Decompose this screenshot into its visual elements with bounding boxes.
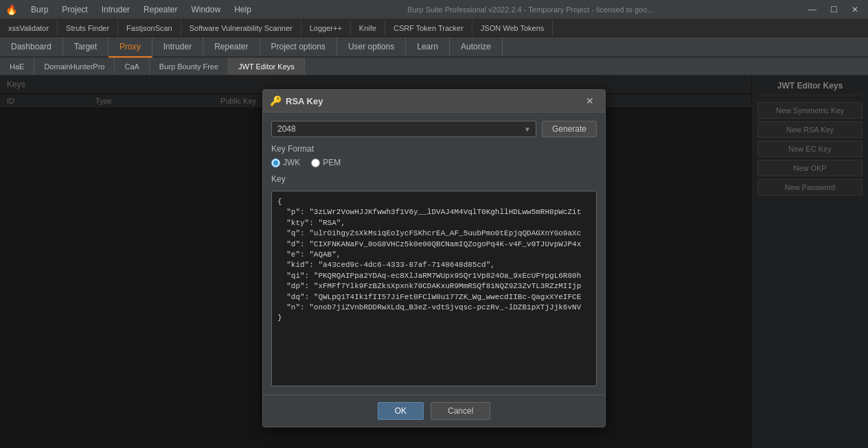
menu-bar: Burp Project Intruder Repeater Window He… bbox=[25, 3, 257, 16]
key-size-select-wrapper: 1024 2048 4096 bbox=[271, 121, 536, 137]
modal-key-icon: 🔑 bbox=[270, 95, 282, 106]
modal-close-button[interactable]: ✕ bbox=[582, 94, 598, 108]
ext-tab-struts[interactable]: Struts Finder bbox=[58, 19, 118, 36]
ext-tab-logger[interactable]: Logger++ bbox=[301, 19, 351, 36]
sub-tab-hae[interactable]: HaE bbox=[0, 58, 34, 75]
ext-tab-svs[interactable]: Software Vulnerability Scanner bbox=[181, 19, 301, 36]
radio-jwk-input[interactable] bbox=[271, 158, 280, 167]
modal-body: 1024 2048 4096 Generate Key Format JWK bbox=[263, 113, 605, 394]
nav-target[interactable]: Target bbox=[63, 37, 108, 56]
nav-project-options[interactable]: Project options bbox=[260, 37, 337, 56]
minimize-button[interactable]: — bbox=[804, 3, 821, 16]
ext-tab-jwt[interactable]: JSON Web Tokens bbox=[472, 19, 553, 36]
sub-tab-jwt-editor-keys[interactable]: JWT Editor Keys bbox=[229, 58, 305, 75]
nav-intruder[interactable]: Intruder bbox=[152, 37, 203, 56]
nav-repeater[interactable]: Repeater bbox=[203, 37, 260, 56]
menu-burp[interactable]: Burp bbox=[25, 3, 54, 16]
menu-project[interactable]: Project bbox=[56, 3, 93, 16]
nav-proxy[interactable]: Proxy bbox=[108, 37, 152, 58]
close-button[interactable]: ✕ bbox=[847, 3, 863, 16]
key-content-label: Key bbox=[271, 174, 597, 184]
radio-jwk[interactable]: JWK bbox=[271, 158, 300, 167]
key-size-select[interactable]: 1024 2048 4096 bbox=[271, 121, 536, 137]
key-textarea[interactable]: { "p": "3zLWr2VowHJJKfwwh3f1V6y__lDVAJ4M… bbox=[272, 191, 596, 384]
maximize-button[interactable]: ☐ bbox=[826, 3, 842, 16]
ext-tab-knife[interactable]: Knife bbox=[351, 19, 385, 36]
title-bar-left: 🔥 Burp Project Intruder Repeater Window … bbox=[5, 3, 257, 16]
modal-title: RSA Key bbox=[286, 96, 323, 106]
nav-autorize[interactable]: Autorize bbox=[450, 37, 503, 56]
sub-nav: HaE DomainHunterPro CaA Burp Bounty Free… bbox=[0, 58, 868, 75]
radio-pem-input[interactable] bbox=[311, 158, 320, 167]
nav-user-options[interactable]: User options bbox=[337, 37, 406, 56]
extension-tabs-bar: xssValidator Struts Finder FastjsonScan … bbox=[0, 19, 868, 37]
window-controls: — ☐ ✕ bbox=[804, 3, 863, 16]
ext-tab-xssvalidator[interactable]: xssValidator bbox=[0, 19, 58, 36]
nav-dashboard[interactable]: Dashboard bbox=[0, 37, 63, 56]
radio-jwk-label: JWK bbox=[283, 158, 300, 167]
modal-overlay: 🔑 RSA Key ✕ 1024 2048 4096 Gene bbox=[0, 75, 868, 448]
key-size-row: 1024 2048 4096 Generate bbox=[271, 121, 597, 137]
sub-tab-caa[interactable]: CaA bbox=[115, 58, 149, 75]
title-bar: 🔥 Burp Project Intruder Repeater Window … bbox=[0, 0, 868, 19]
modal-footer: OK Cancel bbox=[263, 394, 605, 427]
key-format-section: Key Format JWK PEM bbox=[271, 144, 597, 167]
radio-group: JWK PEM bbox=[271, 158, 597, 167]
menu-repeater[interactable]: Repeater bbox=[138, 3, 183, 16]
sub-tab-domainhunter[interactable]: DomainHunterPro bbox=[34, 58, 115, 75]
ext-tab-csrf[interactable]: CSRF Token Tracker bbox=[385, 19, 472, 36]
ok-button[interactable]: OK bbox=[378, 402, 424, 420]
window-title: Burp Suite Professional v2022.2.4 - Temp… bbox=[257, 5, 804, 14]
key-textarea-wrapper: { "p": "3zLWr2VowHJJKfwwh3f1V6y__lDVAJ4M… bbox=[271, 191, 597, 386]
generate-button[interactable]: Generate bbox=[542, 121, 597, 137]
menu-intruder[interactable]: Intruder bbox=[96, 3, 135, 16]
modal-title-row: 🔑 RSA Key bbox=[270, 95, 323, 106]
cancel-button[interactable]: Cancel bbox=[431, 402, 490, 420]
sub-tab-burpbounty[interactable]: Burp Bounty Free bbox=[150, 58, 229, 75]
nav-learn[interactable]: Learn bbox=[406, 37, 450, 56]
app-logo: 🔥 bbox=[5, 4, 17, 15]
rsa-key-modal: 🔑 RSA Key ✕ 1024 2048 4096 Gene bbox=[262, 89, 606, 427]
main-nav: Dashboard Target Proxy Intruder Repeater… bbox=[0, 37, 868, 58]
ext-tab-fastjson[interactable]: FastjsonScan bbox=[118, 19, 181, 36]
menu-window[interactable]: Window bbox=[185, 3, 226, 16]
radio-pem-label: PEM bbox=[323, 158, 341, 167]
menu-help[interactable]: Help bbox=[229, 3, 257, 16]
modal-header: 🔑 RSA Key ✕ bbox=[263, 90, 605, 113]
radio-pem[interactable]: PEM bbox=[311, 158, 341, 167]
content-area: Keys ID Type Public Key ption Decryption… bbox=[0, 75, 868, 448]
key-format-label: Key Format bbox=[271, 144, 597, 154]
